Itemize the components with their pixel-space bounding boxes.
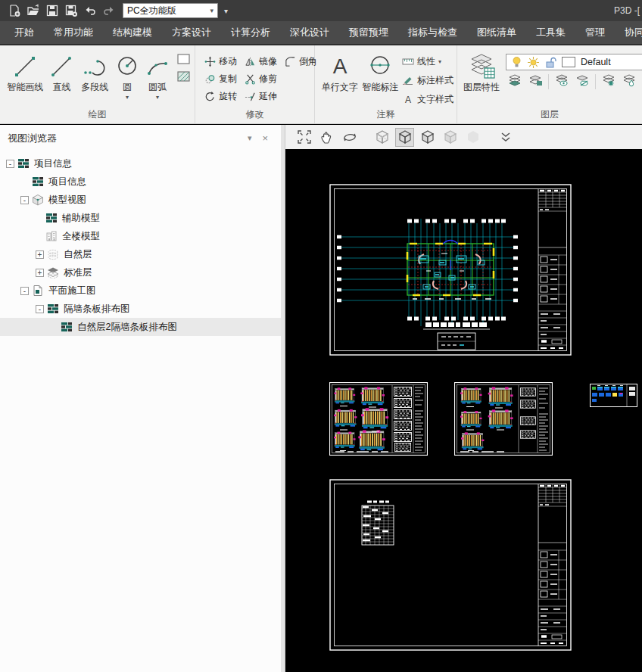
tab-scheme[interactable]: 方案设计 — [162, 21, 221, 44]
hatch-tool-button[interactable] — [177, 71, 190, 85]
polyline-button[interactable]: 多段线 — [79, 47, 110, 101]
new-file-button[interactable] — [5, 2, 23, 20]
quick-access-overflow-button[interactable]: ▾ — [224, 7, 228, 15]
smart-line-button[interactable]: 智能画线 — [6, 47, 44, 101]
single-line-text-button[interactable]: A 单行文字 — [321, 47, 359, 107]
toolbar-expand-more-button[interactable] — [496, 128, 515, 147]
open-file-button[interactable] — [23, 2, 42, 20]
building-icon — [45, 230, 58, 242]
tab-tools[interactable]: 工具集 — [526, 21, 575, 44]
dim-style-button[interactable]: 标注样式 — [402, 72, 453, 89]
tree-item-label: 模型视图 — [48, 194, 86, 207]
rotate-button[interactable]: 旋转 — [204, 88, 237, 104]
sheet-panel-details-right[interactable] — [454, 382, 553, 456]
extend-button[interactable]: 延伸 — [245, 88, 277, 104]
sheet-floor-plan[interactable] — [329, 184, 572, 356]
layer-thaw-button[interactable] — [622, 73, 637, 90]
mirror-button[interactable]: 镜像 — [245, 53, 277, 70]
view-hidden-line-button[interactable] — [418, 128, 437, 147]
sheet-small-legend[interactable] — [590, 384, 637, 407]
tree-item-label: 项目信息 — [48, 176, 86, 188]
panel-close-icon[interactable]: × — [257, 132, 273, 144]
layer-show-button[interactable] — [554, 73, 569, 90]
expander-icon[interactable]: + — [36, 250, 44, 259]
tree-item-standard-storey[interactable]: + 标准层 — [0, 263, 281, 282]
orbit-button[interactable] — [340, 128, 359, 147]
layer-match-button[interactable] — [528, 73, 543, 90]
sheet-schedule[interactable] — [329, 479, 572, 651]
floor-plan-drawing — [337, 219, 518, 326]
zoom-extents-button[interactable] — [295, 128, 313, 147]
layer-hide-button[interactable] — [575, 73, 590, 90]
save-as-button[interactable] — [61, 2, 80, 20]
redo-button[interactable] — [99, 2, 118, 20]
circle-button[interactable]: 圆 ▾ — [115, 47, 139, 101]
move-button[interactable]: 移动 — [204, 53, 237, 70]
tab-structure[interactable]: 结构建模 — [103, 21, 162, 44]
tab-deepen[interactable]: 深化设计 — [280, 21, 339, 44]
sheet-stack-icon — [32, 176, 44, 188]
tab-analysis[interactable]: 计算分析 — [221, 21, 280, 44]
tab-manage[interactable]: 管理 — [575, 21, 615, 44]
tree-item-model-views[interactable]: - 模型视图 — [0, 191, 281, 209]
expander-icon[interactable]: + — [36, 269, 44, 277]
rotate-icon — [204, 91, 216, 102]
smart-dimension-button[interactable]: 智能标注 — [362, 47, 400, 107]
view-realistic-button[interactable] — [463, 128, 482, 147]
current-layer-combo[interactable]: Default — [506, 54, 642, 70]
view-toolbar — [285, 125, 642, 149]
linear-dropdown-arrow[interactable]: ▾ — [438, 59, 441, 65]
move-icon — [204, 56, 216, 67]
tree-item-project-info[interactable]: 项目信息 — [0, 173, 281, 191]
tree-item-label: 自然层2隔墙条板排布图 — [77, 321, 177, 334]
pan-button[interactable] — [317, 128, 336, 147]
tab-collab[interactable]: 协同 — [615, 21, 642, 44]
arc-dropdown-arrow[interactable]: ▾ — [156, 95, 159, 101]
tree-item-project-info-root[interactable]: - 项目信息 — [0, 154, 281, 173]
tab-common[interactable]: 常用功能 — [44, 21, 103, 44]
copy-button[interactable]: 复制 — [204, 70, 237, 87]
arc-icon — [145, 52, 170, 79]
layer-set-current-button[interactable] — [507, 73, 522, 90]
view-shaded-button[interactable] — [441, 128, 460, 147]
tab-start[interactable]: 开始 — [5, 21, 44, 44]
view-wireframe-edges-button[interactable] — [395, 128, 414, 147]
circle-dropdown-arrow[interactable]: ▾ — [126, 95, 129, 101]
tree-item-natural-storey[interactable]: + 自然层 — [0, 245, 281, 263]
draw-group-label: 绘图 — [0, 108, 195, 121]
tree-item-label: 标准层 — [64, 266, 92, 279]
chamfer-button[interactable]: 倒角 — [285, 53, 317, 70]
rectangle-tool-button[interactable] — [177, 54, 190, 67]
expander-icon[interactable]: - — [20, 287, 29, 295]
tree-item-label: 辅助模型 — [62, 212, 100, 225]
layer-freeze-button[interactable] — [601, 73, 616, 90]
layer-properties-button[interactable]: 图层特性 — [463, 47, 500, 94]
tree-item-label: 全楼模型 — [62, 230, 100, 243]
view-wireframe-button[interactable] — [372, 128, 391, 147]
undo-button[interactable] — [80, 2, 99, 20]
panel-menu-icon[interactable]: ▾ — [242, 133, 257, 143]
tab-check[interactable]: 指标与检查 — [398, 21, 467, 44]
expander-icon[interactable]: - — [20, 196, 29, 204]
trim-button[interactable]: 修剪 — [245, 70, 277, 87]
drawing-canvas[interactable] — [285, 149, 642, 672]
tree-item-partition-panel-layout-group[interactable]: - 隔墙条板排布图 — [0, 300, 281, 318]
text-style-button[interactable]: A 文字样式 — [402, 91, 453, 107]
linear-dim-button[interactable]: 线性 ▾ — [402, 53, 453, 70]
save-button[interactable] — [42, 2, 61, 20]
arc-button[interactable]: 圆弧 ▾ — [144, 47, 171, 101]
extend-icon — [245, 91, 256, 102]
line-button[interactable]: 直线 — [48, 47, 74, 101]
tree-item-natural-storey2-layout[interactable]: 自然层2隔墙条板排布图 — [0, 318, 281, 336]
tree-item-aux-model[interactable]: 辅助模型 — [0, 209, 281, 227]
tab-sheet-list[interactable]: 图纸清单 — [467, 21, 526, 44]
sheet-panel-details-left[interactable] — [329, 382, 428, 456]
tree-item-whole-building-model[interactable]: 全楼模型 — [0, 227, 281, 245]
layer-freeze-sun-icon — [527, 56, 540, 69]
tree-item-plan-construction-drawings[interactable]: - 平面施工图 — [0, 282, 281, 300]
expander-icon[interactable]: - — [36, 305, 44, 313]
expander-icon[interactable]: - — [6, 160, 14, 168]
workspace-combo[interactable]: PC全功能版 ▾ — [123, 3, 218, 18]
ribbon-tab-strip: 开始 常用功能 结构建模 方案设计 计算分析 深化设计 预留预埋 指标与检查 图… — [0, 21, 642, 45]
tab-reserve[interactable]: 预留预埋 — [339, 21, 398, 44]
